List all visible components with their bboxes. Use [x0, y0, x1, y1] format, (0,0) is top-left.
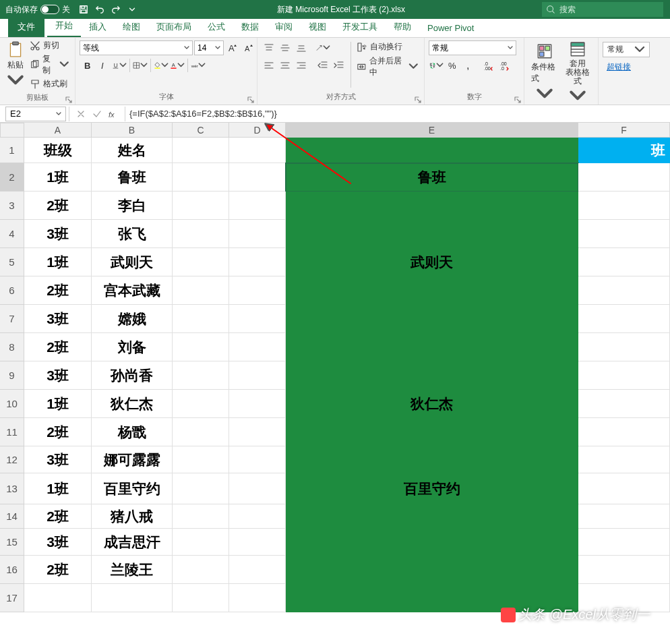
cell-A7[interactable]: 3班 [24, 305, 92, 333]
increase-decimal-icon[interactable]: .0.00 [481, 58, 496, 73]
row-header-10[interactable]: 10 [0, 390, 24, 418]
cell-D1[interactable] [229, 138, 286, 163]
cell-B17[interactable] [92, 584, 173, 612]
italic-button[interactable]: I [96, 58, 111, 73]
cell-E15[interactable] [286, 529, 578, 556]
cell-A3[interactable]: 2班 [24, 192, 92, 220]
align-top-icon[interactable] [262, 40, 276, 55]
cell-F16[interactable] [578, 556, 670, 584]
cell-E11[interactable] [286, 418, 578, 446]
row-header-6[interactable]: 6 [0, 276, 24, 305]
cell-D10[interactable] [229, 390, 286, 418]
align-left-icon[interactable] [262, 58, 276, 73]
cell-E2[interactable]: 鲁班 [286, 163, 578, 192]
cell-D8[interactable] [229, 333, 286, 361]
alignment-launcher-icon[interactable] [415, 94, 423, 102]
tab-draw[interactable]: 绘图 [115, 18, 148, 37]
cut-button[interactable]: 剪切 [28, 39, 71, 52]
cell-C5[interactable] [173, 248, 229, 276]
cell-E8[interactable] [286, 333, 578, 361]
autosave-toggle[interactable]: 自动保存 关 [0, 4, 75, 16]
decrease-decimal-icon[interactable]: .00.0 [497, 58, 512, 73]
name-box[interactable]: E2 [5, 107, 66, 121]
cell-C2[interactable] [173, 163, 229, 192]
cell-C13[interactable] [173, 473, 229, 504]
increase-font-icon[interactable]: A [225, 40, 240, 55]
cell-E12[interactable] [286, 446, 578, 473]
cells-area[interactable]: 班级姓名班1班鲁班鲁班2班李白3班张飞1班武则天武则天2班宫本武藏3班嫦娥2班刘… [24, 138, 670, 612]
cell-B13[interactable]: 百里守约 [92, 473, 173, 504]
cell-E6[interactable] [286, 276, 578, 305]
cell-B4[interactable]: 张飞 [92, 220, 173, 248]
increase-indent-icon[interactable] [332, 58, 346, 73]
accounting-format-icon[interactable]: 💱 [429, 58, 444, 73]
tab-home[interactable]: 开始 [47, 17, 81, 37]
cancel-formula-icon[interactable] [73, 107, 88, 121]
phonetic-button[interactable]: wén [191, 58, 206, 73]
cell-F5[interactable] [578, 248, 670, 276]
column-header-E[interactable]: E [286, 123, 578, 138]
cell-B8[interactable]: 刘备 [92, 333, 173, 361]
cell-D6[interactable] [229, 276, 286, 305]
cell-C3[interactable] [173, 192, 229, 220]
qat-dropdown-icon[interactable] [124, 1, 140, 18]
font-color-button[interactable]: A [170, 58, 185, 73]
decrease-font-icon[interactable]: A [241, 40, 256, 55]
column-header-D[interactable]: D [229, 123, 286, 138]
cell-B1[interactable]: 姓名 [92, 138, 173, 163]
cell-B9[interactable]: 孙尚香 [92, 361, 173, 390]
cell-E10[interactable]: 狄仁杰 [286, 390, 578, 418]
cell-B11[interactable]: 杨戬 [92, 418, 173, 446]
row-header-5[interactable]: 5 [0, 248, 24, 276]
row-header-4[interactable]: 4 [0, 220, 24, 248]
clipboard-launcher-icon[interactable] [65, 94, 73, 102]
conditional-format-button[interactable]: 条件格式 [528, 39, 561, 107]
tab-file[interactable]: 文件 [8, 18, 44, 37]
cell-D13[interactable] [229, 473, 286, 504]
cell-F4[interactable] [578, 220, 670, 248]
cell-B14[interactable]: 猪八戒 [92, 504, 173, 529]
cell-B6[interactable]: 宫本武藏 [92, 276, 173, 305]
cell-E5[interactable]: 武则天 [286, 248, 578, 276]
cell-A17[interactable] [24, 584, 92, 612]
cell-D17[interactable] [229, 584, 286, 612]
row-header-11[interactable]: 11 [0, 418, 24, 446]
column-header-C[interactable]: C [173, 123, 229, 138]
cell-C7[interactable] [173, 305, 229, 333]
merge-center-button[interactable]: 合并后居中 [355, 55, 420, 79]
cell-D9[interactable] [229, 361, 286, 390]
comma-format-icon[interactable]: , [461, 58, 476, 73]
cell-B16[interactable]: 兰陵王 [92, 556, 173, 584]
cell-F2[interactable] [578, 163, 670, 192]
fill-color-button[interactable] [154, 58, 169, 73]
row-header-7[interactable]: 7 [0, 305, 24, 333]
spreadsheet-grid[interactable]: ABCDEF 1234567891011121314151617 班级姓名班1班… [0, 123, 670, 644]
cell-A10[interactable]: 1班 [24, 390, 92, 418]
row-header-3[interactable]: 3 [0, 192, 24, 220]
tab-data[interactable]: 数据 [233, 18, 267, 37]
cell-F15[interactable] [578, 529, 670, 556]
cell-B7[interactable]: 嫦娥 [92, 305, 173, 333]
tab-formulas[interactable]: 公式 [200, 18, 233, 37]
row-header-1[interactable]: 1 [0, 138, 24, 163]
formula-input[interactable]: {=IF($A$2:$A$16=F2,$B$2:$B$16,"")} [125, 109, 670, 119]
format-painter-button[interactable]: 格式刷 [28, 78, 71, 90]
cell-F11[interactable] [578, 418, 670, 446]
cell-B2[interactable]: 鲁班 [92, 163, 173, 192]
cell-D14[interactable] [229, 504, 286, 529]
cell-A2[interactable]: 1班 [24, 163, 92, 192]
tab-review[interactable]: 审阅 [267, 18, 301, 37]
undo-icon[interactable] [92, 1, 108, 18]
row-header-12[interactable]: 12 [0, 446, 24, 473]
tab-insert[interactable]: 插入 [81, 18, 115, 37]
redo-icon[interactable] [108, 1, 124, 18]
row-header-15[interactable]: 15 [0, 529, 24, 556]
cell-F13[interactable] [578, 473, 670, 504]
cell-C4[interactable] [173, 220, 229, 248]
cell-A11[interactable]: 2班 [24, 418, 92, 446]
tab-view[interactable]: 视图 [301, 18, 334, 37]
font-size-combo[interactable]: 14 [194, 40, 224, 55]
cell-E7[interactable] [286, 305, 578, 333]
cell-F14[interactable] [578, 504, 670, 529]
cell-F10[interactable] [578, 390, 670, 418]
